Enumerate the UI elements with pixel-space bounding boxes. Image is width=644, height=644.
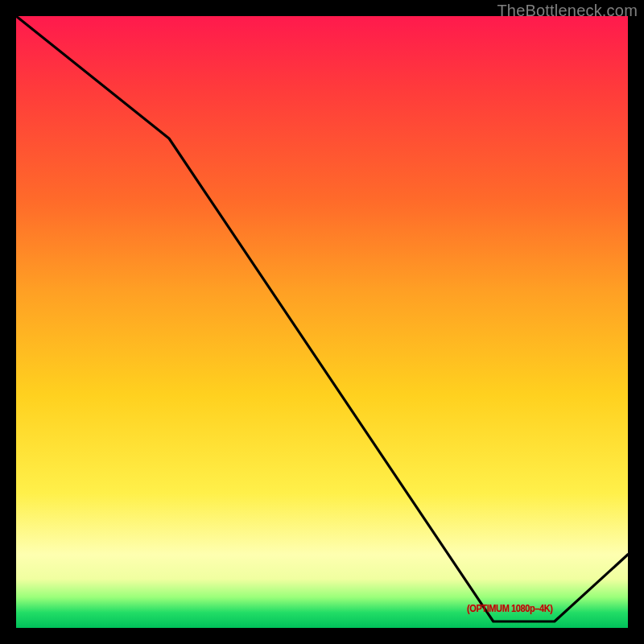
chart-frame: (OPTIMUM 1080p–4K) TheBottleneck.com: [0, 0, 644, 644]
optimum-annotation: (OPTIMUM 1080p–4K): [467, 602, 553, 614]
bottleneck-curve: [16, 16, 628, 628]
plot-area: (OPTIMUM 1080p–4K): [16, 16, 628, 628]
watermark-text: TheBottleneck.com: [497, 2, 638, 20]
